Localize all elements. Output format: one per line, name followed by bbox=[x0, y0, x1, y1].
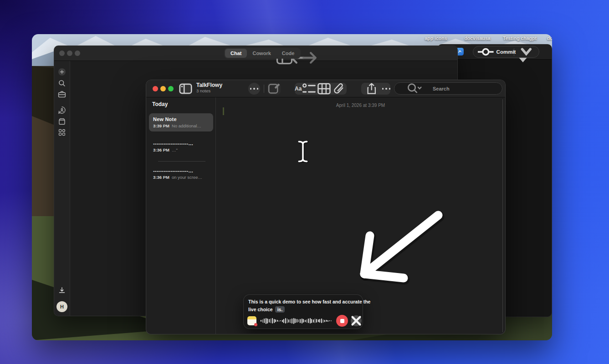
note-snippet: on your scree… bbox=[172, 175, 202, 180]
section-header: Today bbox=[152, 101, 168, 107]
note-time: 3:39 PM bbox=[153, 123, 169, 128]
more-options-button[interactable] bbox=[248, 83, 260, 95]
support-chat-icon[interactable] bbox=[58, 106, 66, 114]
text-caret bbox=[223, 107, 224, 115]
app-title: TalkFlowy bbox=[196, 82, 222, 89]
note-time: 3:36 PM bbox=[153, 147, 169, 152]
transcript-line-1: This is a quick demo to see how fast and… bbox=[248, 299, 358, 304]
close-button[interactable] bbox=[59, 51, 65, 56]
shared-screen-window: app icons docvisausa Testing chagpt dc C… bbox=[32, 34, 552, 340]
window-title-block: TalkFlowy 3 notes bbox=[196, 82, 222, 94]
text-format-button[interactable]: Aa bbox=[295, 86, 302, 92]
table-icon[interactable] bbox=[317, 83, 332, 95]
desktop: app icons docvisausa Testing chagpt dc C… bbox=[0, 0, 609, 364]
close-icon bbox=[351, 315, 362, 326]
zoom-button[interactable] bbox=[75, 51, 80, 56]
share-icon[interactable] bbox=[361, 83, 382, 95]
toolbar-divider bbox=[514, 48, 514, 56]
note-list-item[interactable]: New Note 3:39 PMNo additional… bbox=[149, 113, 213, 131]
tab-code[interactable]: Code bbox=[276, 49, 300, 58]
stop-recording-button[interactable] bbox=[336, 315, 348, 327]
note-list-item[interactable]: --------------------… 3:36 PM…" bbox=[149, 137, 213, 156]
history-icon[interactable] bbox=[546, 48, 552, 63]
waveform bbox=[261, 317, 332, 325]
compose-icon bbox=[267, 83, 281, 95]
note-time: 3:36 PM bbox=[153, 175, 169, 180]
toolbar-divider bbox=[264, 85, 264, 93]
checklist-icon[interactable] bbox=[302, 83, 317, 95]
share-group bbox=[361, 83, 390, 95]
search-input[interactable] bbox=[433, 86, 497, 91]
background-tab-title[interactable]: Testing chagpt bbox=[503, 35, 537, 41]
cancel-recording-button[interactable] bbox=[351, 315, 362, 326]
tab-cowork[interactable]: Cowork bbox=[247, 49, 276, 58]
background-tab-title[interactable]: dc bbox=[547, 35, 552, 41]
note-list-item[interactable]: --------------------… 3:36 PMon your scr… bbox=[149, 157, 213, 183]
new-chat-button[interactable] bbox=[58, 68, 66, 76]
recording-overlay: This is a quick demo to see how fast and… bbox=[243, 294, 363, 329]
sidebar-toggle-button[interactable] bbox=[179, 83, 192, 95]
note-date: April 1, 2026 at 3:39 PM bbox=[216, 103, 505, 108]
avatar-initial: H bbox=[60, 304, 64, 309]
notes-toolbar: TalkFlowy 3 notes Aa bbox=[146, 80, 505, 97]
hand-drawn-arrow bbox=[351, 196, 455, 291]
live-word-highlight: is. bbox=[275, 306, 285, 313]
chat-sidebar: H bbox=[54, 61, 70, 316]
ellipsis-icon bbox=[250, 88, 259, 90]
ghost-icon[interactable] bbox=[446, 50, 458, 64]
chat-titlebar: Chat Cowork Code bbox=[54, 46, 457, 61]
download-icon[interactable] bbox=[59, 287, 66, 294]
transcript-text: live choice bbox=[248, 307, 273, 312]
git-commit-icon bbox=[478, 46, 494, 57]
briefcase-icon[interactable] bbox=[58, 91, 66, 98]
stop-icon bbox=[340, 319, 344, 323]
apps-grid-icon[interactable] bbox=[59, 129, 66, 136]
note-snippet: …" bbox=[172, 147, 178, 152]
notes-app-icon bbox=[247, 316, 256, 325]
chat-mode-tabs: Chat Cowork Code bbox=[224, 48, 301, 59]
notes-list-panel: Today New Note 3:39 PMNo additional… ---… bbox=[146, 97, 216, 334]
note-title: New Note bbox=[153, 116, 209, 122]
close-button[interactable] bbox=[153, 86, 158, 91]
tab-chat[interactable]: Chat bbox=[225, 49, 247, 58]
note-title: --------------------… bbox=[153, 168, 209, 173]
user-avatar[interactable]: H bbox=[56, 301, 67, 312]
compose-button[interactable] bbox=[267, 83, 281, 95]
scrollbar[interactable] bbox=[502, 99, 503, 332]
minimize-button[interactable] bbox=[160, 86, 166, 91]
note-title: --------------------… bbox=[153, 141, 209, 146]
archive-box-icon[interactable] bbox=[58, 118, 66, 125]
format-tools-group: Aa bbox=[295, 83, 347, 95]
text-cursor bbox=[296, 140, 310, 163]
zoom-button[interactable] bbox=[168, 86, 174, 91]
note-snippet: No additional… bbox=[172, 123, 201, 128]
search-icon bbox=[399, 83, 430, 94]
background-tab-title[interactable]: app icons bbox=[425, 35, 447, 41]
background-tab-title[interactable]: docvisausa bbox=[464, 35, 490, 41]
commit-button-label: Commit bbox=[496, 49, 516, 55]
paperclip-icon[interactable] bbox=[332, 83, 347, 95]
transcript-line-2: live choice is. bbox=[248, 306, 358, 313]
more-actions-button[interactable] bbox=[382, 88, 391, 90]
search-icon[interactable] bbox=[58, 80, 66, 87]
search-field[interactable] bbox=[394, 82, 502, 95]
minimize-button[interactable] bbox=[67, 51, 72, 56]
notes-count: 3 notes bbox=[196, 89, 222, 94]
sidebar-toggle-icon bbox=[179, 83, 192, 95]
recording-controls bbox=[247, 315, 359, 327]
